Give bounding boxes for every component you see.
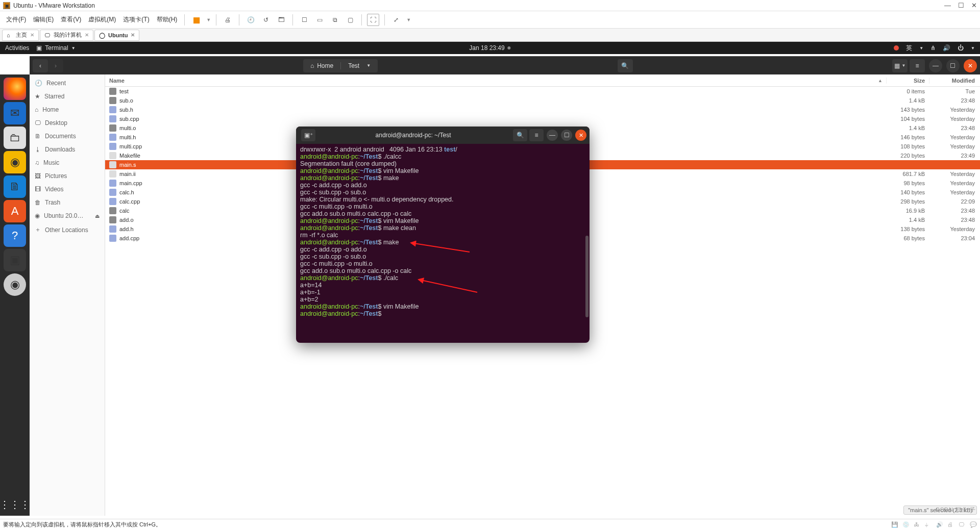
clock[interactable]: Jan 18 23:49 <box>469 44 510 52</box>
view-multi-icon[interactable]: ▭ <box>313 14 326 26</box>
fullscreen-icon[interactable]: ⛶ <box>367 14 379 26</box>
snapshot-take-icon[interactable]: 🕘 <box>244 14 257 26</box>
volume-icon[interactable]: 🔊 <box>943 44 950 52</box>
maximize-button[interactable]: ☐ <box>958 2 964 9</box>
tab-close-icon[interactable]: ✕ <box>85 32 89 38</box>
vmware-menubar: 文件(F) 编辑(E) 查看(V) 虚拟机(M) 选项卡(T) 帮助(H) ▮▮… <box>0 11 980 29</box>
tab-mycomputer[interactable]: 🖵我的计算机✕ <box>40 30 93 41</box>
snapshot-revert-icon[interactable]: ↺ <box>260 14 272 26</box>
notification-icon[interactable] <box>894 45 899 51</box>
minimize-button[interactable]: — <box>944 2 951 9</box>
view-console-icon[interactable]: ▢ <box>344 14 356 26</box>
app-menu[interactable]: ▣Terminal▼ <box>36 44 75 52</box>
pause-dropdown[interactable]: ▼ <box>206 17 211 22</box>
tab-ubuntu[interactable]: ◯Ubuntu✕ <box>94 30 139 41</box>
activities-button[interactable]: Activities <box>5 44 29 52</box>
home-icon: ⌂ <box>7 32 13 38</box>
stretch-dropdown[interactable]: ▼ <box>406 17 411 22</box>
window-controls: — ☐ ✕ <box>944 2 977 9</box>
computer-icon: 🖵 <box>44 32 51 38</box>
stretch-icon[interactable]: ⤢ <box>390 14 402 26</box>
view-unity-icon[interactable]: ⧉ <box>329 14 341 26</box>
vmware-logo-icon: ▣ <box>3 2 10 9</box>
tab-close-icon[interactable]: ✕ <box>131 32 135 38</box>
vmware-tabstrip: ⌂主页✕ 🖵我的计算机✕ ◯Ubuntu✕ <box>0 29 980 42</box>
system-tray: 英▼ ⋔ 🔊 ⏻▼ <box>894 44 975 53</box>
power-icon[interactable]: ⏻ <box>958 44 964 52</box>
window-title: Ubuntu - VMware Workstation <box>13 2 95 9</box>
menu-tabs[interactable]: 选项卡(T) <box>121 14 151 25</box>
view-single-icon[interactable]: ☐ <box>298 14 310 26</box>
terminal-icon: ▣ <box>36 44 42 52</box>
ime-indicator[interactable]: 英 <box>906 44 912 53</box>
snapshot-icon[interactable]: 🖨 <box>222 14 234 26</box>
tab-close-icon[interactable]: ✕ <box>30 32 34 38</box>
menu-help[interactable]: 帮助(H) <box>155 14 180 25</box>
menu-file[interactable]: 文件(F) <box>4 14 28 25</box>
close-button[interactable]: ✕ <box>971 2 977 9</box>
menu-view[interactable]: 查看(V) <box>59 14 83 25</box>
tab-home[interactable]: ⌂主页✕ <box>2 30 39 41</box>
menu-vm[interactable]: 虚拟机(M) <box>86 14 118 25</box>
ubuntu-icon: ◯ <box>99 32 105 38</box>
vmware-titlebar: ▣ Ubuntu - VMware Workstation — ☐ ✕ <box>0 0 980 11</box>
ubuntu-topbar: Activities ▣Terminal▼ Jan 18 23:49 英▼ ⋔ … <box>0 42 980 54</box>
menu-edit[interactable]: 编辑(E) <box>31 14 56 25</box>
network-icon[interactable]: ⋔ <box>930 44 936 52</box>
pause-button[interactable]: ▮▮ <box>190 14 202 26</box>
snapshot-manage-icon[interactable]: 🗔 <box>275 14 287 26</box>
